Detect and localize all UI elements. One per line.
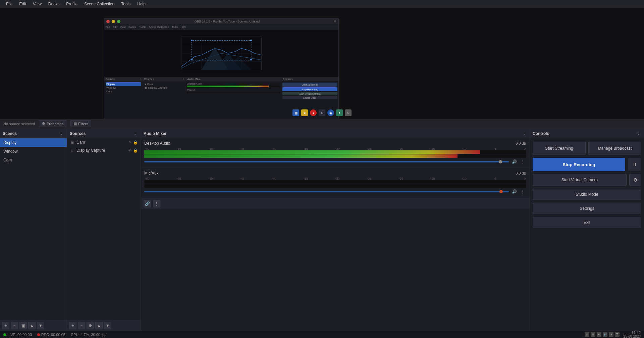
menu-help[interactable]: Help — [134, 1, 149, 7]
status-right: ▲ N E 🔊 ☁ ☰ 17:42 25-08-2023 — [585, 331, 641, 338]
inner-menu-profile[interactable]: Profile — [139, 26, 146, 29]
taskbar-icon-5[interactable]: ◉ — [327, 109, 334, 116]
studio-mode-button[interactable]: Studio Mode — [533, 189, 641, 200]
source-cam-lock[interactable]: 🔒 — [133, 140, 138, 145]
source-up-button[interactable]: ▲ — [95, 322, 103, 329]
scene-down-button[interactable]: ▼ — [37, 322, 44, 329]
scenes-panel: Scenes ⋮ Display Window Cam + − ▣ ▲ ▼ — [0, 129, 67, 331]
tray-icon-5[interactable]: ☁ — [609, 332, 613, 337]
sources-title: Sources — [70, 131, 86, 136]
obs-inner-audio: Audio Mixer Desktop Audio Mic/Aux — [186, 77, 281, 119]
obs-inner-header: OBS 29.1.3 - Profile: YouTube - Scenes: … — [104, 18, 338, 25]
inner-close-btn[interactable]: ✕ — [334, 20, 336, 23]
virtual-cam-row: Start Virtual Camera ⚙ — [533, 174, 641, 186]
taskbar-icon-2[interactable]: ★ — [301, 109, 308, 116]
desktop-audio-options-btn[interactable]: ⋮ — [520, 158, 526, 165]
mic-aux-mute-btn[interactable]: 🔊 — [511, 188, 518, 195]
audio-panel-menu[interactable]: ⋮ — [521, 131, 527, 137]
desktop-audio-slider[interactable] — [144, 161, 509, 162]
audio-menu-btn[interactable]: ⋮ — [153, 200, 160, 207]
scene-list: Display Window Cam — [0, 138, 67, 320]
virtual-cam-settings-button[interactable]: ⚙ — [629, 174, 641, 186]
taskbar-icon-1[interactable]: ▦ — [292, 109, 299, 116]
source-settings-button[interactable]: ⚙ — [87, 322, 94, 329]
audio-link-btn[interactable]: 🔗 — [144, 200, 151, 207]
source-display-eye[interactable]: 👁 — [128, 148, 132, 153]
scenes-panel-menu[interactable]: ⋮ — [58, 131, 64, 137]
properties-button[interactable]: ⚙ Properties — [39, 120, 66, 127]
main-section: Scenes ⋮ Display Window Cam + − ▣ ▲ ▼ So… — [0, 129, 644, 331]
controls-panel-header: Controls ⋮ — [530, 129, 644, 138]
inner-menu-help[interactable]: Help — [181, 26, 186, 29]
taskbar-icon-7[interactable]: ↻ — [345, 109, 352, 116]
tray-icon-3[interactable]: E — [597, 332, 601, 337]
source-down-button[interactable]: ▼ — [104, 322, 111, 329]
menu-file[interactable]: File — [3, 1, 16, 7]
audio-panel-header: Audio Mixer ⋮ — [141, 129, 530, 138]
source-cam-edit[interactable]: ✎ — [129, 140, 132, 145]
scene-item-cam[interactable]: Cam — [0, 156, 67, 164]
sources-panel-menu[interactable]: ⋮ — [132, 131, 138, 137]
menu-view[interactable]: View — [30, 1, 45, 7]
source-display-lock[interactable]: 🔒 — [133, 148, 138, 153]
live-dot — [3, 333, 6, 336]
mic-aux-meter — [144, 180, 526, 184]
menu-scene-collection[interactable]: Scene Collection — [81, 1, 118, 7]
mic-aux-header: Mic/Aux 0.0 dB — [144, 171, 526, 176]
inner-menu-edit[interactable]: Edit — [113, 26, 117, 29]
scene-item-display[interactable]: Display — [0, 138, 67, 147]
source-display-capture-label: Display Capture — [76, 148, 105, 153]
inner-menu-scene-collection[interactable]: Scene Collection — [149, 26, 169, 29]
taskbar-icon-6[interactable]: ✦ — [336, 109, 343, 116]
exit-button[interactable]: Exit — [533, 217, 641, 228]
inner-menu-tools[interactable]: Tools — [172, 26, 178, 29]
pause-recording-button[interactable]: ⏸ — [628, 158, 641, 171]
remove-source-button[interactable]: − — [78, 322, 85, 329]
scene-item-window[interactable]: Window — [0, 147, 67, 156]
source-monitor-icon: ▣ — [70, 140, 74, 145]
taskbar-icon-4[interactable]: ⚙ — [319, 109, 325, 116]
source-item-display-capture[interactable]: □ Display Capture 👁 🔒 — [67, 146, 141, 154]
add-scene-button[interactable]: + — [2, 322, 9, 329]
obs-inner-window: OBS 29.1.3 - Profile: YouTube - Scenes: … — [104, 18, 339, 119]
scene-up-button[interactable]: ▲ — [28, 322, 36, 329]
stream-row: Start Streaming Manage Broadcast — [533, 142, 641, 155]
audio-panel: Audio Mixer ⋮ Desktop Audio 0.0 dB -60-5… — [141, 129, 530, 331]
mic-aux-name: Mic/Aux — [144, 171, 159, 176]
tray-icon-1[interactable]: ▲ — [585, 332, 589, 337]
start-streaming-button[interactable]: Start Streaming — [533, 142, 586, 155]
scenes-panel-header: Scenes ⋮ — [0, 129, 67, 138]
inner-menu-docks[interactable]: Docks — [128, 26, 136, 29]
settings-button[interactable]: Settings — [533, 203, 641, 214]
controls-panel-menu[interactable]: ⋮ — [635, 131, 641, 137]
filters-button[interactable]: ▦ Filters — [70, 120, 91, 127]
start-virtual-camera-button[interactable]: Start Virtual Camera — [533, 174, 627, 186]
source-cam-label: Cam — [76, 140, 85, 145]
no-source-label: No source selected — [3, 122, 35, 126]
desktop-audio-db: 0.0 dB — [516, 141, 526, 145]
remove-scene-button[interactable]: − — [11, 322, 18, 329]
source-item-cam[interactable]: ▣ Cam ✎ 🔒 — [67, 138, 141, 146]
filters-btn-label: Filters — [78, 122, 88, 126]
filter-scene-button[interactable]: ▣ — [19, 322, 27, 329]
add-source-button[interactable]: + — [69, 322, 76, 329]
maximize-dot — [117, 20, 120, 23]
inner-menu-file[interactable]: File — [106, 26, 110, 29]
menu-docks[interactable]: Docks — [45, 1, 63, 7]
tray-icon-6[interactable]: ☰ — [615, 332, 620, 337]
mic-aux-options-btn[interactable]: ⋮ — [520, 188, 526, 195]
minimize-dot — [112, 20, 115, 23]
manage-broadcast-button[interactable]: Manage Broadcast — [588, 142, 641, 155]
taskbar-icon-3[interactable]: ● — [310, 109, 317, 116]
stop-recording-button[interactable]: Stop Recording — [533, 158, 625, 171]
menu-edit[interactable]: Edit — [16, 1, 30, 7]
inner-menu-view[interactable]: View — [120, 26, 126, 29]
menu-profile[interactable]: Profile — [63, 1, 81, 7]
mic-aux-scale: -60-55-50-45-40-35-30-25-20-15-10-50 — [144, 177, 526, 180]
menu-tools[interactable]: Tools — [118, 1, 134, 7]
desktop-audio-mute-btn[interactable]: 🔊 — [511, 158, 518, 165]
mic-aux-slider[interactable] — [144, 191, 509, 192]
desktop-audio-channel: Desktop Audio 0.0 dB -60-55-50-45-40-35-… — [141, 138, 530, 168]
tray-icon-4[interactable]: 🔊 — [603, 332, 607, 337]
tray-icon-2[interactable]: N — [591, 332, 595, 337]
